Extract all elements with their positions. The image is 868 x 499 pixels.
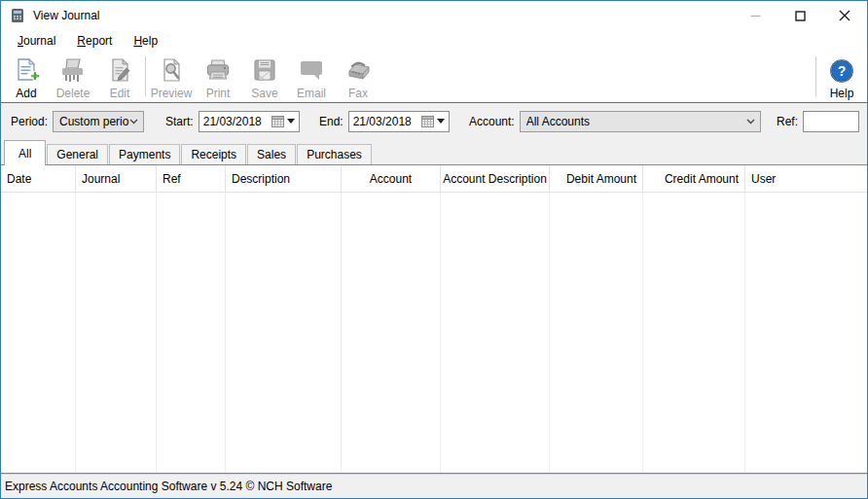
maximize-icon <box>795 11 806 21</box>
column-header-account[interactable]: Account <box>342 165 441 192</box>
add-button[interactable]: Add <box>3 53 50 102</box>
account-label: Account: <box>469 115 515 128</box>
close-button[interactable] <box>822 1 867 30</box>
ref-label: Ref: <box>777 115 798 128</box>
dropdown-arrow-icon[interactable] <box>437 119 445 124</box>
column-header-user[interactable]: User <box>745 165 867 192</box>
journal-tabs: All General Payments Receipts Sales Purc… <box>1 139 867 164</box>
filter-bar: Period: Custom period Start: End: <box>1 103 867 139</box>
menu-report[interactable]: Report <box>69 32 120 50</box>
speech-bubble-icon <box>297 56 326 86</box>
svg-text:?: ? <box>838 63 847 79</box>
minimize-button[interactable] <box>733 1 778 30</box>
account-dropdown[interactable]: All Accounts <box>520 111 761 132</box>
tab-label: Purchases <box>307 148 362 161</box>
preview-button[interactable]: Preview <box>148 53 195 102</box>
grid-column <box>643 193 745 473</box>
grid-column <box>157 193 226 473</box>
maximize-button[interactable] <box>778 1 822 30</box>
help-question-icon: ? <box>829 56 854 86</box>
end-label: End: <box>319 115 344 128</box>
toolbar: Add Delete <box>1 52 867 102</box>
status-bar: Express Accounts Accounting Software v 5… <box>1 474 867 498</box>
tab-label: Receipts <box>191 148 236 161</box>
period-value: Custom period <box>59 115 129 128</box>
preview-magnifier-icon <box>157 56 186 86</box>
start-label: Start: <box>165 115 194 128</box>
start-date-input[interactable] <box>199 115 268 128</box>
tab-payments[interactable]: Payments <box>109 144 180 164</box>
tab-general[interactable]: General <box>47 144 108 164</box>
tab-all[interactable]: All <box>4 140 46 165</box>
tab-sales[interactable]: Sales <box>247 144 296 164</box>
tab-purchases[interactable]: Purchases <box>297 144 372 164</box>
tab-label: All <box>18 147 31 160</box>
save-button[interactable]: Save <box>241 53 288 102</box>
dropdown-arrow-icon[interactable] <box>287 119 295 124</box>
tab-receipts[interactable]: Receipts <box>181 144 246 164</box>
delete-button-label: Delete <box>56 87 90 100</box>
toolbar-separator <box>815 56 816 96</box>
window-controls <box>733 1 867 30</box>
end-date-input[interactable] <box>349 115 417 128</box>
tab-label: Payments <box>119 148 170 161</box>
minimize-icon <box>750 11 761 21</box>
fax-button-label: Fax <box>348 87 368 100</box>
grid-column <box>1 193 76 473</box>
start-date-field[interactable] <box>199 111 300 132</box>
floppy-disk-icon <box>250 56 279 86</box>
chevron-down-icon <box>746 119 755 125</box>
tab-label: Sales <box>257 148 286 161</box>
period-dropdown[interactable]: Custom period <box>53 111 144 132</box>
account-value: All Accounts <box>526 115 746 128</box>
table-header-row: Date Journal Ref Description Account Acc… <box>1 165 867 193</box>
help-button-label: Help <box>830 87 854 100</box>
delete-button[interactable]: Delete <box>50 53 96 102</box>
shredder-icon <box>58 56 88 86</box>
calculator-icon <box>10 8 25 23</box>
fax-machine-icon <box>344 56 373 86</box>
menu-journal[interactable]: Journal <box>10 32 63 50</box>
view-journal-window: View Journal Journal Report Help <box>0 0 868 499</box>
period-label: Period: <box>11 115 48 128</box>
column-header-description[interactable]: Description <box>226 165 342 192</box>
grid-column <box>342 193 441 473</box>
ref-input[interactable] <box>803 111 859 132</box>
menu-help[interactable]: Help <box>126 32 165 50</box>
column-header-journal[interactable]: Journal <box>76 165 157 192</box>
window-title: View Journal <box>33 9 99 22</box>
save-button-label: Save <box>251 87 277 100</box>
edit-button[interactable]: Edit <box>96 53 143 102</box>
preview-button-label: Preview <box>151 87 193 100</box>
journal-table: Date Journal Ref Description Account Acc… <box>1 164 867 474</box>
close-icon <box>839 10 850 21</box>
email-button-label: Email <box>297 87 326 100</box>
column-header-account-description[interactable]: Account Description <box>441 165 550 192</box>
grid-column <box>76 193 157 473</box>
toolbar-separator <box>145 56 146 96</box>
column-header-credit-amount[interactable]: Credit Amount <box>643 165 745 192</box>
edit-document-icon <box>105 56 134 86</box>
help-button[interactable]: ? Help <box>818 53 865 102</box>
calendar-icon <box>271 116 284 127</box>
add-document-icon <box>12 56 41 86</box>
email-button[interactable]: Email <box>288 53 335 102</box>
tab-label: General <box>56 148 98 161</box>
column-header-ref[interactable]: Ref <box>157 165 226 192</box>
grid-column <box>745 193 867 473</box>
print-button-label: Print <box>206 87 231 100</box>
grid-column <box>550 193 643 473</box>
fax-button[interactable]: Fax <box>335 53 381 102</box>
calendar-icon <box>421 116 434 127</box>
column-header-debit-amount[interactable]: Debit Amount <box>550 165 643 192</box>
grid-column <box>226 193 342 473</box>
edit-button-label: Edit <box>110 87 130 100</box>
chevron-down-icon <box>129 119 138 125</box>
print-button[interactable]: Print <box>195 53 241 102</box>
column-header-date[interactable]: Date <box>1 165 76 192</box>
end-date-field[interactable] <box>348 111 450 132</box>
add-button-label: Add <box>16 87 36 100</box>
table-body[interactable] <box>1 193 867 473</box>
toolbar-spacer <box>381 53 814 102</box>
menu-bar: Journal Report Help <box>1 30 867 52</box>
